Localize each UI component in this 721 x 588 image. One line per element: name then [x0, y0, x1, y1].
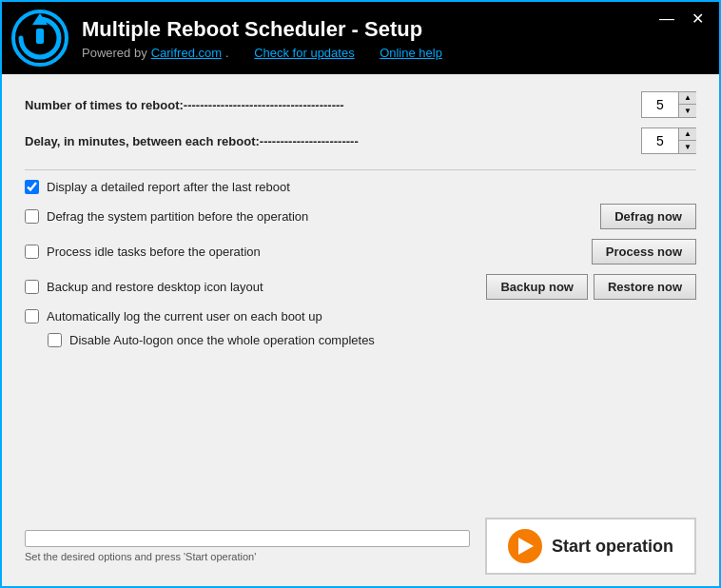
defrag-now-button[interactable]: Defrag now	[600, 204, 696, 229]
play-triangle	[518, 538, 534, 555]
reboot-times-label: Number of times to reboot:--------------…	[25, 98, 641, 112]
start-operation-button[interactable]: Start operation	[485, 518, 696, 575]
progress-container: Set the desired options and press 'Start…	[25, 530, 470, 562]
reboot-times-up[interactable]: ▲	[679, 92, 696, 105]
spinbox-arrows: ▲ ▼	[678, 92, 696, 117]
auto-logon-label: Automatically log the current user on ea…	[47, 309, 696, 323]
titlebar-info: Multiple Reboot Scheduler - Setup Powere…	[82, 17, 710, 60]
delay-down[interactable]: ▼	[679, 141, 696, 153]
reboot-times-input[interactable]: 5	[642, 92, 678, 117]
delay-row: Delay, in minutes, between each reboot:-…	[25, 127, 696, 154]
detailed-report-label: Display a detailed report after the last…	[47, 180, 696, 194]
disable-autologon-label: Disable Auto-logon once the whole operat…	[69, 333, 696, 347]
divider	[25, 169, 696, 170]
disable-autologon-row: Disable Auto-logon once the whole operat…	[25, 333, 696, 347]
process-idle-label: Process idle tasks before the operation	[47, 245, 592, 259]
start-btn-label: Start operation	[552, 537, 673, 557]
carifred-link[interactable]: Carifred.com	[151, 46, 222, 60]
check-updates-link[interactable]: Check for updates	[254, 46, 355, 60]
online-help-link[interactable]: Online help	[380, 46, 442, 60]
process-now-button[interactable]: Process now	[592, 239, 696, 265]
progress-hint: Set the desired options and press 'Start…	[25, 551, 470, 562]
backup-restore-row: Backup and restore desktop icon layout B…	[25, 274, 696, 300]
defrag-row: Defrag the system partition before the o…	[25, 204, 696, 229]
delay-spinbox[interactable]: 5 ▲ ▼	[641, 127, 696, 154]
link-sep1	[235, 46, 248, 60]
app-window: Multiple Reboot Scheduler - Setup Powere…	[0, 0, 721, 588]
delay-label: Delay, in minutes, between each reboot:-…	[25, 134, 641, 148]
auto-logon-row: Automatically log the current user on ea…	[25, 309, 696, 323]
disable-autologon-checkbox[interactable]	[48, 333, 62, 347]
powered-by-text: Powered by	[82, 46, 147, 60]
close-button[interactable]: ✕	[686, 10, 710, 29]
bottom-bar: Set the desired options and press 'Start…	[2, 510, 719, 586]
dot-sep: .	[225, 46, 229, 60]
progress-bar	[25, 530, 470, 547]
link-sep2	[360, 46, 374, 60]
play-icon	[508, 529, 542, 563]
detailed-report-checkbox[interactable]	[25, 180, 39, 194]
backup-restore-label: Backup and restore desktop icon layout	[47, 280, 486, 294]
titlebar-links: Powered by Carifred.com . Check for upda…	[82, 46, 710, 60]
delay-up[interactable]: ▲	[679, 128, 696, 141]
reboot-times-down[interactable]: ▼	[679, 105, 696, 117]
process-idle-row: Process idle tasks before the operation …	[25, 239, 696, 265]
delay-input[interactable]: 5	[642, 128, 678, 153]
titlebar: Multiple Reboot Scheduler - Setup Powere…	[2, 2, 719, 74]
backup-now-button[interactable]: Backup now	[486, 274, 588, 300]
reboot-times-spinbox[interactable]: 5 ▲ ▼	[641, 91, 696, 118]
auto-logon-checkbox[interactable]	[25, 309, 39, 323]
reboot-times-row: Number of times to reboot:--------------…	[25, 91, 696, 118]
svg-rect-2	[36, 29, 44, 44]
backup-restore-checkbox[interactable]	[25, 280, 39, 294]
main-content: Number of times to reboot:--------------…	[2, 74, 719, 510]
detailed-report-row: Display a detailed report after the last…	[25, 180, 696, 194]
delay-spinbox-arrows: ▲ ▼	[678, 128, 696, 153]
minimize-button[interactable]: —	[653, 10, 680, 29]
process-idle-checkbox[interactable]	[25, 245, 39, 259]
defrag-label: Defrag the system partition before the o…	[47, 209, 600, 224]
defrag-checkbox[interactable]	[25, 209, 39, 224]
titlebar-controls: — ✕	[653, 10, 710, 29]
app-logo	[11, 10, 68, 67]
restore-now-button[interactable]: Restore now	[594, 274, 696, 300]
app-title: Multiple Reboot Scheduler - Setup	[82, 17, 710, 42]
